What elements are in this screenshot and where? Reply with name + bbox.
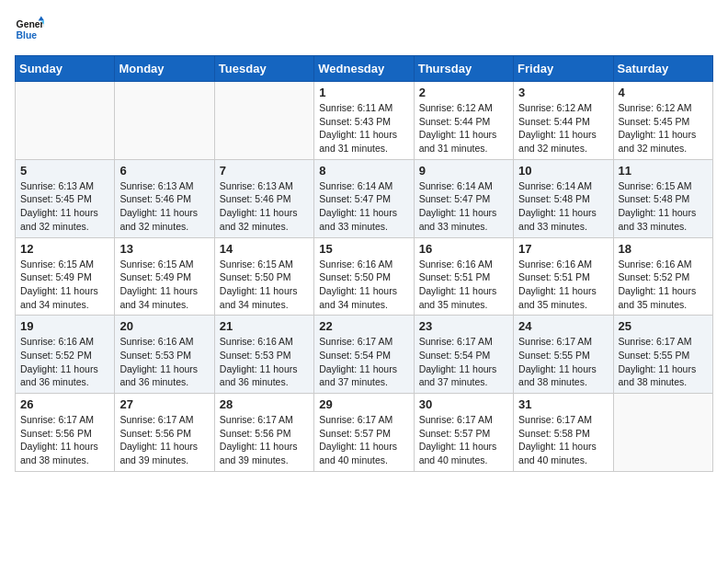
day-number: 20 — [119, 319, 209, 333]
svg-text:Blue: Blue — [17, 30, 38, 40]
day-number: 21 — [220, 319, 309, 333]
calendar-cell: 29 Sunrise: 6:17 AM Sunset: 5:57 PM Dayl… — [314, 394, 414, 472]
cell-content: Sunrise: 6:17 AM Sunset: 5:56 PM Dayligh… — [20, 413, 109, 467]
sunset-text: Sunset: 5:52 PM — [20, 350, 92, 361]
sunrise-text: Sunrise: 6:14 AM — [319, 180, 392, 191]
sunrise-text: Sunrise: 6:12 AM — [419, 102, 493, 113]
day-number: 17 — [518, 242, 608, 256]
daylight-text: Daylight: 11 hours and 39 minutes. — [119, 441, 198, 465]
day-number: 3 — [518, 86, 608, 99]
sunset-text: Sunset: 5:57 PM — [319, 428, 391, 439]
sunrise-text: Sunrise: 6:16 AM — [119, 336, 193, 347]
sunset-text: Sunset: 5:57 PM — [419, 428, 491, 439]
cell-content: Sunrise: 6:16 AM Sunset: 5:52 PM Dayligh… — [619, 258, 708, 312]
daylight-text: Daylight: 11 hours and 34 minutes. — [319, 285, 397, 310]
sunrise-text: Sunrise: 6:16 AM — [220, 336, 293, 347]
day-number: 29 — [319, 397, 408, 411]
sunset-text: Sunset: 5:56 PM — [220, 428, 291, 439]
col-header-monday: Monday — [115, 56, 214, 82]
daylight-text: Daylight: 11 hours and 38 minutes. — [20, 441, 98, 465]
col-header-tuesday: Tuesday — [214, 56, 313, 82]
day-number: 6 — [119, 164, 209, 178]
calendar-cell: 4 Sunrise: 6:12 AM Sunset: 5:45 PM Dayli… — [613, 82, 712, 160]
daylight-text: Daylight: 11 hours and 40 minutes. — [518, 441, 597, 465]
sunrise-text: Sunrise: 6:16 AM — [518, 259, 592, 270]
sunrise-text: Sunrise: 6:17 AM — [319, 336, 392, 347]
day-number: 23 — [419, 319, 508, 333]
daylight-text: Daylight: 11 hours and 40 minutes. — [319, 441, 397, 465]
sunset-text: Sunset: 5:46 PM — [220, 193, 291, 204]
cell-content: Sunrise: 6:17 AM Sunset: 5:56 PM Dayligh… — [119, 413, 209, 467]
cell-content: Sunrise: 6:16 AM Sunset: 5:51 PM Dayligh… — [419, 258, 508, 312]
sunset-text: Sunset: 5:55 PM — [518, 350, 590, 361]
calendar-cell: 24 Sunrise: 6:17 AM Sunset: 5:55 PM Dayl… — [514, 316, 613, 394]
cell-content: Sunrise: 6:13 AM Sunset: 5:45 PM Dayligh… — [20, 179, 109, 234]
day-number: 19 — [20, 319, 109, 333]
calendar-cell — [115, 82, 214, 160]
day-number: 1 — [319, 86, 408, 99]
sunrise-text: Sunrise: 6:13 AM — [20, 180, 94, 191]
daylight-text: Daylight: 11 hours and 34 minutes. — [20, 285, 98, 310]
sunset-text: Sunset: 5:56 PM — [20, 428, 92, 439]
calendar-cell: 18 Sunrise: 6:16 AM Sunset: 5:52 PM Dayl… — [613, 237, 712, 316]
daylight-text: Daylight: 11 hours and 35 minutes. — [518, 285, 597, 310]
calendar-cell — [214, 82, 313, 160]
cell-content: Sunrise: 6:12 AM Sunset: 5:45 PM Dayligh… — [619, 101, 708, 155]
calendar-cell: 19 Sunrise: 6:16 AM Sunset: 5:52 PM Dayl… — [16, 316, 115, 394]
calendar-cell: 31 Sunrise: 6:17 AM Sunset: 5:58 PM Dayl… — [514, 394, 613, 472]
sunrise-text: Sunrise: 6:17 AM — [419, 336, 493, 347]
daylight-text: Daylight: 11 hours and 36 minutes. — [119, 363, 198, 388]
calendar-cell: 9 Sunrise: 6:14 AM Sunset: 5:47 PM Dayli… — [414, 159, 513, 237]
sunrise-text: Sunrise: 6:15 AM — [119, 259, 193, 270]
sunset-text: Sunset: 5:50 PM — [220, 271, 291, 282]
cell-content: Sunrise: 6:17 AM Sunset: 5:55 PM Dayligh… — [518, 335, 608, 389]
calendar-cell: 23 Sunrise: 6:17 AM Sunset: 5:54 PM Dayl… — [414, 316, 513, 394]
sunrise-text: Sunrise: 6:17 AM — [518, 336, 592, 347]
day-number: 27 — [119, 397, 209, 411]
daylight-text: Daylight: 11 hours and 33 minutes. — [518, 207, 597, 232]
calendar-cell: 14 Sunrise: 6:15 AM Sunset: 5:50 PM Dayl… — [214, 237, 313, 316]
calendar-week-5: 26 Sunrise: 6:17 AM Sunset: 5:56 PM Dayl… — [16, 394, 713, 472]
calendar-cell: 11 Sunrise: 6:15 AM Sunset: 5:48 PM Dayl… — [613, 159, 712, 237]
cell-content: Sunrise: 6:15 AM Sunset: 5:49 PM Dayligh… — [119, 258, 209, 312]
day-number: 9 — [419, 164, 508, 178]
sunset-text: Sunset: 5:48 PM — [619, 193, 690, 204]
calendar-cell: 3 Sunrise: 6:12 AM Sunset: 5:44 PM Dayli… — [514, 82, 613, 160]
daylight-text: Daylight: 11 hours and 35 minutes. — [419, 285, 497, 310]
sunrise-text: Sunrise: 6:13 AM — [119, 180, 193, 191]
sunset-text: Sunset: 5:46 PM — [119, 193, 191, 204]
cell-content: Sunrise: 6:16 AM Sunset: 5:52 PM Dayligh… — [20, 335, 109, 389]
calendar-cell: 7 Sunrise: 6:13 AM Sunset: 5:46 PM Dayli… — [214, 159, 313, 237]
sunset-text: Sunset: 5:49 PM — [119, 271, 191, 282]
sunset-text: Sunset: 5:44 PM — [419, 116, 491, 127]
cell-content: Sunrise: 6:14 AM Sunset: 5:48 PM Dayligh… — [518, 179, 608, 234]
sunset-text: Sunset: 5:47 PM — [419, 193, 491, 204]
cell-content: Sunrise: 6:14 AM Sunset: 5:47 PM Dayligh… — [419, 179, 508, 234]
day-number: 31 — [518, 397, 608, 411]
cell-content: Sunrise: 6:13 AM Sunset: 5:46 PM Dayligh… — [220, 179, 309, 234]
calendar-cell: 27 Sunrise: 6:17 AM Sunset: 5:56 PM Dayl… — [115, 394, 214, 472]
day-number: 16 — [419, 242, 508, 256]
sunset-text: Sunset: 5:44 PM — [518, 116, 590, 127]
day-number: 8 — [319, 164, 408, 178]
calendar-cell: 30 Sunrise: 6:17 AM Sunset: 5:57 PM Dayl… — [414, 394, 513, 472]
sunset-text: Sunset: 5:49 PM — [20, 271, 92, 282]
day-number: 14 — [220, 242, 309, 256]
calendar-cell: 12 Sunrise: 6:15 AM Sunset: 5:49 PM Dayl… — [16, 237, 115, 316]
calendar-cell: 1 Sunrise: 6:11 AM Sunset: 5:43 PM Dayli… — [314, 82, 414, 160]
sunrise-text: Sunrise: 6:16 AM — [619, 259, 692, 270]
cell-content: Sunrise: 6:17 AM Sunset: 5:57 PM Dayligh… — [319, 413, 408, 467]
sunset-text: Sunset: 5:52 PM — [619, 271, 690, 282]
cell-content: Sunrise: 6:17 AM Sunset: 5:58 PM Dayligh… — [518, 413, 608, 467]
calendar-cell: 26 Sunrise: 6:17 AM Sunset: 5:56 PM Dayl… — [16, 394, 115, 472]
cell-content: Sunrise: 6:14 AM Sunset: 5:47 PM Dayligh… — [319, 179, 408, 234]
sunrise-text: Sunrise: 6:15 AM — [619, 180, 692, 191]
sunset-text: Sunset: 5:50 PM — [319, 271, 391, 282]
sunset-text: Sunset: 5:54 PM — [419, 350, 491, 361]
day-number: 11 — [619, 164, 708, 178]
sunset-text: Sunset: 5:55 PM — [619, 350, 690, 361]
col-header-saturday: Saturday — [613, 56, 712, 82]
sunset-text: Sunset: 5:53 PM — [119, 350, 191, 361]
sunrise-text: Sunrise: 6:14 AM — [518, 180, 592, 191]
sunset-text: Sunset: 5:53 PM — [220, 350, 291, 361]
